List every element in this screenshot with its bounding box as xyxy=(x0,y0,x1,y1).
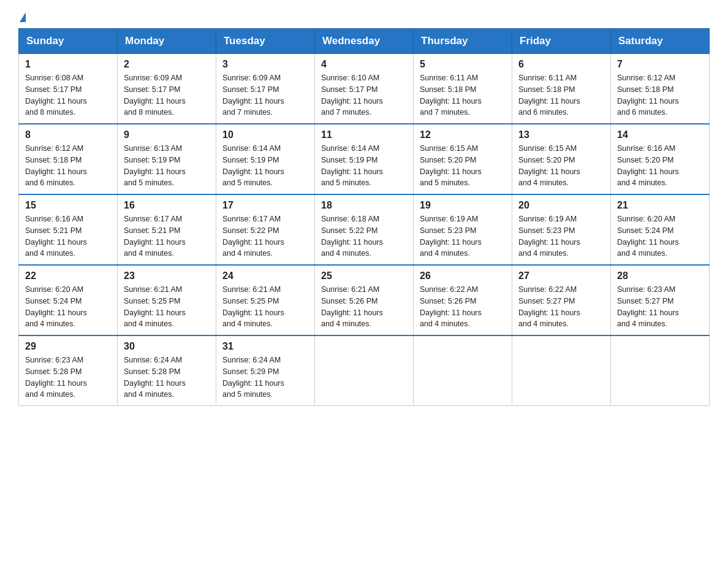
day-number: 27 xyxy=(518,270,604,282)
calendar-cell: 3Sunrise: 6:09 AMSunset: 5:17 PMDaylight… xyxy=(216,54,315,124)
day-info: Sunrise: 6:16 AMSunset: 5:20 PMDaylight:… xyxy=(617,143,703,189)
calendar-cell: 16Sunrise: 6:17 AMSunset: 5:21 PMDayligh… xyxy=(118,194,216,265)
calendar-cell: 8Sunrise: 6:12 AMSunset: 5:18 PMDaylight… xyxy=(19,124,118,194)
calendar-cell: 27Sunrise: 6:22 AMSunset: 5:27 PMDayligh… xyxy=(512,265,611,335)
weekday-header-wednesday: Wednesday xyxy=(315,29,414,54)
calendar-cell: 19Sunrise: 6:19 AMSunset: 5:23 PMDayligh… xyxy=(414,194,512,265)
calendar-cell: 2Sunrise: 6:09 AMSunset: 5:17 PMDaylight… xyxy=(118,54,216,124)
calendar-cell: 21Sunrise: 6:20 AMSunset: 5:24 PMDayligh… xyxy=(611,194,710,265)
day-number: 3 xyxy=(222,59,308,70)
calendar-week-row: 29Sunrise: 6:23 AMSunset: 5:28 PMDayligh… xyxy=(19,335,710,406)
day-number: 29 xyxy=(25,341,111,352)
calendar-cell: 26Sunrise: 6:22 AMSunset: 5:26 PMDayligh… xyxy=(414,265,512,335)
calendar-cell: 10Sunrise: 6:14 AMSunset: 5:19 PMDayligh… xyxy=(216,124,315,194)
calendar-cell: 15Sunrise: 6:16 AMSunset: 5:21 PMDayligh… xyxy=(19,194,118,265)
calendar-cell: 11Sunrise: 6:14 AMSunset: 5:19 PMDayligh… xyxy=(315,124,414,194)
logo xyxy=(18,12,26,22)
day-info: Sunrise: 6:17 AMSunset: 5:21 PMDaylight:… xyxy=(124,213,210,259)
day-info: Sunrise: 6:15 AMSunset: 5:20 PMDaylight:… xyxy=(420,143,506,189)
day-number: 30 xyxy=(124,341,210,352)
weekday-header-thursday: Thursday xyxy=(414,29,512,54)
calendar-cell: 12Sunrise: 6:15 AMSunset: 5:20 PMDayligh… xyxy=(414,124,512,194)
day-number: 21 xyxy=(617,200,703,211)
day-number: 7 xyxy=(617,59,703,70)
day-number: 16 xyxy=(124,200,210,211)
day-number: 2 xyxy=(124,59,210,70)
day-info: Sunrise: 6:22 AMSunset: 5:27 PMDaylight:… xyxy=(518,284,604,330)
calendar-cell: 14Sunrise: 6:16 AMSunset: 5:20 PMDayligh… xyxy=(611,124,710,194)
day-info: Sunrise: 6:18 AMSunset: 5:22 PMDaylight:… xyxy=(321,213,407,259)
calendar-cell: 13Sunrise: 6:15 AMSunset: 5:20 PMDayligh… xyxy=(512,124,611,194)
day-info: Sunrise: 6:23 AMSunset: 5:27 PMDaylight:… xyxy=(617,284,703,330)
calendar-cell: 6Sunrise: 6:11 AMSunset: 5:18 PMDaylight… xyxy=(512,54,611,124)
day-number: 22 xyxy=(25,270,111,282)
day-info: Sunrise: 6:24 AMSunset: 5:29 PMDaylight:… xyxy=(222,354,308,400)
day-number: 17 xyxy=(222,200,308,211)
day-info: Sunrise: 6:11 AMSunset: 5:18 PMDaylight:… xyxy=(518,72,604,118)
day-number: 18 xyxy=(321,200,407,211)
calendar-cell xyxy=(611,335,710,406)
calendar-cell: 4Sunrise: 6:10 AMSunset: 5:17 PMDaylight… xyxy=(315,54,414,124)
day-info: Sunrise: 6:09 AMSunset: 5:17 PMDaylight:… xyxy=(222,72,308,118)
calendar-cell xyxy=(512,335,611,406)
calendar-cell: 20Sunrise: 6:19 AMSunset: 5:23 PMDayligh… xyxy=(512,194,611,265)
day-info: Sunrise: 6:20 AMSunset: 5:24 PMDaylight:… xyxy=(617,213,703,259)
day-info: Sunrise: 6:19 AMSunset: 5:23 PMDaylight:… xyxy=(420,213,506,259)
day-info: Sunrise: 6:21 AMSunset: 5:25 PMDaylight:… xyxy=(222,284,308,330)
weekday-header-monday: Monday xyxy=(118,29,216,54)
day-info: Sunrise: 6:09 AMSunset: 5:17 PMDaylight:… xyxy=(124,72,210,118)
day-info: Sunrise: 6:19 AMSunset: 5:23 PMDaylight:… xyxy=(518,213,604,259)
calendar-cell: 29Sunrise: 6:23 AMSunset: 5:28 PMDayligh… xyxy=(19,335,118,406)
day-info: Sunrise: 6:20 AMSunset: 5:24 PMDaylight:… xyxy=(25,284,111,330)
calendar-body: 1Sunrise: 6:08 AMSunset: 5:17 PMDaylight… xyxy=(19,54,710,406)
weekday-header-sunday: Sunday xyxy=(19,29,118,54)
day-info: Sunrise: 6:13 AMSunset: 5:19 PMDaylight:… xyxy=(124,143,210,189)
day-info: Sunrise: 6:23 AMSunset: 5:28 PMDaylight:… xyxy=(25,354,111,400)
day-number: 13 xyxy=(518,129,604,140)
day-number: 24 xyxy=(222,270,308,282)
calendar-cell: 23Sunrise: 6:21 AMSunset: 5:25 PMDayligh… xyxy=(118,265,216,335)
day-info: Sunrise: 6:24 AMSunset: 5:28 PMDaylight:… xyxy=(124,354,210,400)
weekday-header-friday: Friday xyxy=(512,29,611,54)
calendar-cell: 18Sunrise: 6:18 AMSunset: 5:22 PMDayligh… xyxy=(315,194,414,265)
calendar-week-row: 15Sunrise: 6:16 AMSunset: 5:21 PMDayligh… xyxy=(19,194,710,265)
day-number: 9 xyxy=(124,129,210,140)
calendar-week-row: 1Sunrise: 6:08 AMSunset: 5:17 PMDaylight… xyxy=(19,54,710,124)
day-info: Sunrise: 6:17 AMSunset: 5:22 PMDaylight:… xyxy=(222,213,308,259)
day-number: 23 xyxy=(124,270,210,282)
day-info: Sunrise: 6:10 AMSunset: 5:17 PMDaylight:… xyxy=(321,72,407,118)
day-number: 19 xyxy=(420,200,506,211)
day-number: 14 xyxy=(617,129,703,140)
day-info: Sunrise: 6:14 AMSunset: 5:19 PMDaylight:… xyxy=(222,143,308,189)
day-number: 20 xyxy=(518,200,604,211)
day-number: 11 xyxy=(321,129,407,140)
day-number: 10 xyxy=(222,129,308,140)
day-number: 15 xyxy=(25,200,111,211)
page-header xyxy=(18,12,710,22)
calendar-header-row: SundayMondayTuesdayWednesdayThursdayFrid… xyxy=(19,29,710,54)
calendar-cell: 22Sunrise: 6:20 AMSunset: 5:24 PMDayligh… xyxy=(19,265,118,335)
calendar-cell: 25Sunrise: 6:21 AMSunset: 5:26 PMDayligh… xyxy=(315,265,414,335)
calendar-cell: 9Sunrise: 6:13 AMSunset: 5:19 PMDaylight… xyxy=(118,124,216,194)
logo-triangle-icon xyxy=(20,12,26,22)
day-number: 5 xyxy=(420,59,506,70)
day-number: 26 xyxy=(420,270,506,282)
weekday-header-saturday: Saturday xyxy=(611,29,710,54)
calendar-cell: 28Sunrise: 6:23 AMSunset: 5:27 PMDayligh… xyxy=(611,265,710,335)
calendar-cell xyxy=(414,335,512,406)
calendar-cell: 30Sunrise: 6:24 AMSunset: 5:28 PMDayligh… xyxy=(118,335,216,406)
day-number: 12 xyxy=(420,129,506,140)
day-info: Sunrise: 6:14 AMSunset: 5:19 PMDaylight:… xyxy=(321,143,407,189)
day-info: Sunrise: 6:08 AMSunset: 5:17 PMDaylight:… xyxy=(25,72,111,118)
weekday-header-tuesday: Tuesday xyxy=(216,29,315,54)
day-number: 1 xyxy=(25,59,111,70)
day-number: 8 xyxy=(25,129,111,140)
day-info: Sunrise: 6:11 AMSunset: 5:18 PMDaylight:… xyxy=(420,72,506,118)
calendar-cell xyxy=(315,335,414,406)
day-info: Sunrise: 6:15 AMSunset: 5:20 PMDaylight:… xyxy=(518,143,604,189)
calendar-week-row: 8Sunrise: 6:12 AMSunset: 5:18 PMDaylight… xyxy=(19,124,710,194)
calendar-cell: 7Sunrise: 6:12 AMSunset: 5:18 PMDaylight… xyxy=(611,54,710,124)
calendar-table: SundayMondayTuesdayWednesdayThursdayFrid… xyxy=(18,28,710,406)
day-info: Sunrise: 6:12 AMSunset: 5:18 PMDaylight:… xyxy=(25,143,111,189)
calendar-cell: 5Sunrise: 6:11 AMSunset: 5:18 PMDaylight… xyxy=(414,54,512,124)
